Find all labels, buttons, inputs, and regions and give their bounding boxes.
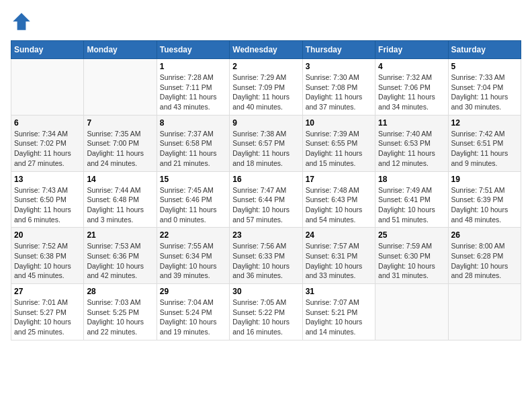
calendar-cell: 24Sunrise: 7:57 AM Sunset: 6:31 PM Dayli… <box>302 228 375 284</box>
day-info: Sunrise: 7:05 AM Sunset: 5:22 PM Dayligh… <box>232 298 299 337</box>
calendar-table: SundayMondayTuesdayWednesdayThursdayFrid… <box>11 40 521 340</box>
calendar-cell: 4Sunrise: 7:32 AM Sunset: 7:06 PM Daylig… <box>375 59 448 116</box>
calendar-cell: 6Sunrise: 7:34 AM Sunset: 7:02 PM Daylig… <box>11 115 84 171</box>
day-number: 19 <box>451 175 518 184</box>
calendar-cell: 8Sunrise: 7:37 AM Sunset: 6:58 PM Daylig… <box>157 115 229 171</box>
calendar-week-1: 1Sunrise: 7:28 AM Sunset: 7:11 PM Daylig… <box>11 59 521 116</box>
day-number: 3 <box>306 62 372 71</box>
day-info: Sunrise: 7:29 AM Sunset: 7:09 PM Dayligh… <box>232 73 299 112</box>
day-info: Sunrise: 7:57 AM Sunset: 6:31 PM Dayligh… <box>306 241 372 281</box>
calendar-week-2: 6Sunrise: 7:34 AM Sunset: 7:02 PM Daylig… <box>11 115 521 171</box>
day-info: Sunrise: 7:30 AM Sunset: 7:08 PM Dayligh… <box>306 73 372 112</box>
day-number: 25 <box>378 230 445 240</box>
day-info: Sunrise: 7:07 AM Sunset: 5:21 PM Dayligh… <box>306 298 372 337</box>
day-number: 28 <box>87 287 153 296</box>
day-info: Sunrise: 7:47 AM Sunset: 6:44 PM Dayligh… <box>232 185 299 225</box>
calendar-cell <box>84 59 157 116</box>
calendar-cell: 29Sunrise: 7:04 AM Sunset: 5:24 PM Dayli… <box>157 284 229 340</box>
calendar-week-3: 13Sunrise: 7:43 AM Sunset: 6:50 PM Dayli… <box>11 171 521 228</box>
day-info: Sunrise: 7:42 AM Sunset: 6:51 PM Dayligh… <box>451 129 518 169</box>
calendar-cell: 22Sunrise: 7:55 AM Sunset: 6:34 PM Dayli… <box>157 228 229 284</box>
calendar-cell <box>448 284 521 340</box>
calendar-cell: 5Sunrise: 7:33 AM Sunset: 7:04 PM Daylig… <box>448 59 521 116</box>
calendar-cell: 14Sunrise: 7:44 AM Sunset: 6:48 PM Dayli… <box>84 171 157 228</box>
day-info: Sunrise: 7:43 AM Sunset: 6:50 PM Dayligh… <box>14 185 81 225</box>
calendar-cell: 10Sunrise: 7:39 AM Sunset: 6:55 PM Dayli… <box>302 115 375 171</box>
day-number: 31 <box>306 287 372 296</box>
calendar-cell: 11Sunrise: 7:40 AM Sunset: 6:53 PM Dayli… <box>375 115 448 171</box>
weekday-header-friday: Friday <box>375 41 448 59</box>
calendar-cell: 12Sunrise: 7:42 AM Sunset: 6:51 PM Dayli… <box>448 115 521 171</box>
day-number: 2 <box>232 62 299 71</box>
calendar-cell <box>11 59 84 116</box>
calendar-cell: 17Sunrise: 7:48 AM Sunset: 6:43 PM Dayli… <box>302 171 375 228</box>
calendar-cell: 15Sunrise: 7:45 AM Sunset: 6:46 PM Dayli… <box>157 171 229 228</box>
day-number: 21 <box>87 230 153 240</box>
page-header <box>11 11 521 32</box>
svg-marker-0 <box>13 13 30 30</box>
day-info: Sunrise: 7:55 AM Sunset: 6:34 PM Dayligh… <box>160 241 226 281</box>
day-info: Sunrise: 7:38 AM Sunset: 6:57 PM Dayligh… <box>232 129 299 169</box>
day-number: 16 <box>232 175 299 184</box>
day-info: Sunrise: 7:44 AM Sunset: 6:48 PM Dayligh… <box>87 185 153 225</box>
day-info: Sunrise: 7:32 AM Sunset: 7:06 PM Dayligh… <box>378 73 445 112</box>
day-info: Sunrise: 7:37 AM Sunset: 6:58 PM Dayligh… <box>160 129 226 169</box>
weekday-header-wednesday: Wednesday <box>230 41 302 59</box>
day-number: 15 <box>160 175 226 184</box>
calendar-cell: 30Sunrise: 7:05 AM Sunset: 5:22 PM Dayli… <box>230 284 302 340</box>
calendar-cell: 1Sunrise: 7:28 AM Sunset: 7:11 PM Daylig… <box>157 59 229 116</box>
day-number: 10 <box>306 118 372 128</box>
weekday-header-sunday: Sunday <box>11 41 84 59</box>
day-number: 22 <box>160 230 226 240</box>
day-info: Sunrise: 7:53 AM Sunset: 6:36 PM Dayligh… <box>87 241 153 281</box>
calendar-cell: 2Sunrise: 7:29 AM Sunset: 7:09 PM Daylig… <box>230 59 302 116</box>
day-number: 18 <box>378 175 445 184</box>
day-number: 23 <box>232 230 299 240</box>
calendar-cell: 3Sunrise: 7:30 AM Sunset: 7:08 PM Daylig… <box>302 59 375 116</box>
day-number: 6 <box>14 118 81 128</box>
day-number: 14 <box>87 175 153 184</box>
calendar-cell: 20Sunrise: 7:52 AM Sunset: 6:38 PM Dayli… <box>11 228 84 284</box>
weekday-header-tuesday: Tuesday <box>157 41 229 59</box>
weekday-header-row: SundayMondayTuesdayWednesdayThursdayFrid… <box>11 41 521 59</box>
weekday-header-monday: Monday <box>84 41 157 59</box>
day-number: 4 <box>378 62 445 71</box>
day-info: Sunrise: 7:04 AM Sunset: 5:24 PM Dayligh… <box>160 298 226 337</box>
day-number: 29 <box>160 287 226 296</box>
day-info: Sunrise: 7:59 AM Sunset: 6:30 PM Dayligh… <box>378 241 445 281</box>
weekday-header-thursday: Thursday <box>302 41 375 59</box>
logo-icon <box>11 11 32 32</box>
calendar-cell: 9Sunrise: 7:38 AM Sunset: 6:57 PM Daylig… <box>230 115 302 171</box>
day-info: Sunrise: 7:28 AM Sunset: 7:11 PM Dayligh… <box>160 73 226 112</box>
day-number: 7 <box>87 118 153 128</box>
calendar-cell: 26Sunrise: 8:00 AM Sunset: 6:28 PM Dayli… <box>448 228 521 284</box>
day-info: Sunrise: 7:34 AM Sunset: 7:02 PM Dayligh… <box>14 129 81 169</box>
calendar-cell: 28Sunrise: 7:03 AM Sunset: 5:25 PM Dayli… <box>84 284 157 340</box>
day-number: 1 <box>160 62 226 71</box>
day-number: 17 <box>306 175 372 184</box>
day-info: Sunrise: 7:49 AM Sunset: 6:41 PM Dayligh… <box>378 185 445 225</box>
calendar-cell: 25Sunrise: 7:59 AM Sunset: 6:30 PM Dayli… <box>375 228 448 284</box>
calendar-week-5: 27Sunrise: 7:01 AM Sunset: 5:27 PM Dayli… <box>11 284 521 340</box>
day-number: 20 <box>14 230 81 240</box>
day-number: 9 <box>232 118 299 128</box>
day-number: 24 <box>306 230 372 240</box>
day-info: Sunrise: 7:40 AM Sunset: 6:53 PM Dayligh… <box>378 129 445 169</box>
day-info: Sunrise: 7:35 AM Sunset: 7:00 PM Dayligh… <box>87 129 153 169</box>
day-info: Sunrise: 7:51 AM Sunset: 6:39 PM Dayligh… <box>451 185 518 225</box>
calendar-cell: 18Sunrise: 7:49 AM Sunset: 6:41 PM Dayli… <box>375 171 448 228</box>
day-number: 30 <box>232 287 299 296</box>
weekday-header-saturday: Saturday <box>448 41 521 59</box>
day-info: Sunrise: 7:39 AM Sunset: 6:55 PM Dayligh… <box>306 129 372 169</box>
day-info: Sunrise: 7:52 AM Sunset: 6:38 PM Dayligh… <box>14 241 81 281</box>
calendar-cell: 23Sunrise: 7:56 AM Sunset: 6:33 PM Dayli… <box>230 228 302 284</box>
day-info: Sunrise: 7:01 AM Sunset: 5:27 PM Dayligh… <box>14 298 81 337</box>
calendar-cell: 21Sunrise: 7:53 AM Sunset: 6:36 PM Dayli… <box>84 228 157 284</box>
day-number: 13 <box>14 175 81 184</box>
day-info: Sunrise: 7:45 AM Sunset: 6:46 PM Dayligh… <box>160 185 226 225</box>
day-number: 12 <box>451 118 518 128</box>
day-number: 5 <box>451 62 518 71</box>
day-info: Sunrise: 8:00 AM Sunset: 6:28 PM Dayligh… <box>451 241 518 281</box>
calendar-cell: 19Sunrise: 7:51 AM Sunset: 6:39 PM Dayli… <box>448 171 521 228</box>
calendar-cell: 16Sunrise: 7:47 AM Sunset: 6:44 PM Dayli… <box>230 171 302 228</box>
